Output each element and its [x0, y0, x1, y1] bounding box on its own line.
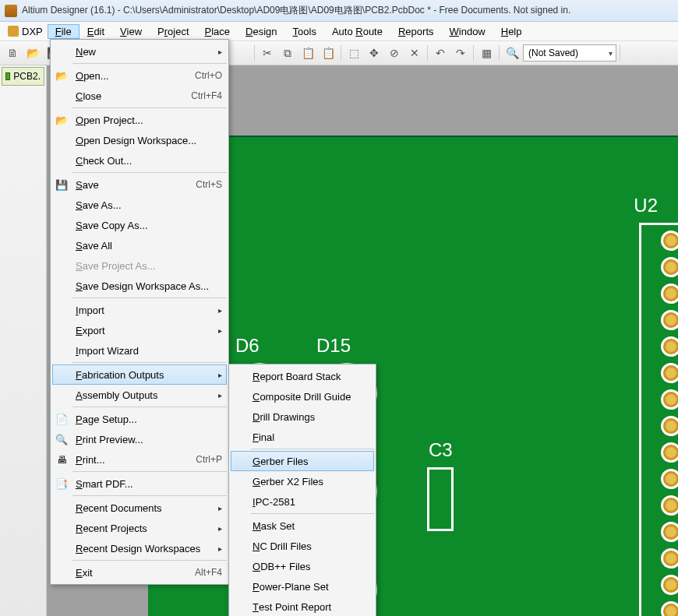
connector-pad [661, 522, 678, 542]
submenu-arrow-icon: ▸ [218, 306, 222, 315]
fab-final[interactable]: Final [231, 427, 374, 447]
blank-icon [54, 565, 69, 580]
file-menu-check-out[interactable]: Check Out... [52, 150, 227, 171]
menu-window[interactable]: Window [442, 24, 493, 39]
dxp-label: DXP [22, 26, 43, 37]
label-u2: U2 [634, 195, 658, 216]
connector-pad [661, 575, 678, 595]
connector-pad [661, 495, 678, 516]
blank-icon [54, 217, 69, 233]
undo-icon[interactable]: ↶ [431, 44, 450, 62]
fab-odb-files[interactable]: ODB++ Files [231, 556, 374, 576]
file-menu-new[interactable]: New▸ [52, 41, 227, 62]
blank-icon [54, 238, 69, 253]
connector-pad [661, 231, 678, 251]
file-menu-print-preview[interactable]: 🔍Print Preview... [52, 429, 227, 449]
blank-icon [54, 367, 69, 382]
menu-file[interactable]: File [48, 24, 79, 39]
menubar: DXP FileEditViewProjectPlaceDesignToolsA… [0, 22, 678, 40]
menu-place[interactable]: Place [197, 24, 238, 39]
blank-icon [54, 387, 69, 403]
file-menu-open[interactable]: 📂Open...Ctrl+O [52, 65, 227, 86]
file-menu-close[interactable]: CloseCtrl+F4 [52, 86, 227, 106]
file-menu-import-wizard[interactable]: Import Wizard [52, 340, 227, 361]
connector-pad [661, 310, 678, 330]
redo-icon[interactable]: ↷ [451, 44, 470, 62]
print-icon: 🖶 [54, 452, 69, 467]
page-icon: 📄 [54, 411, 69, 427]
fab-nc-drill-files[interactable]: NC Drill Files [231, 536, 374, 556]
file-menu-save-all[interactable]: Save All [52, 235, 227, 255]
thumbnail-icon[interactable]: ▦ [477, 44, 496, 62]
label-d15: D15 [316, 335, 351, 357]
connector-pad [661, 283, 678, 304]
connector-pad [661, 469, 678, 489]
fab-test-point-report[interactable]: Test Point Report [231, 597, 374, 616]
file-menu-recent-projects[interactable]: Recent Projects▸ [52, 518, 227, 538]
label-d6: D6 [235, 335, 260, 357]
dxp-menu[interactable]: DXP [3, 26, 48, 37]
menu-auto-route[interactable]: Auto Route [324, 24, 390, 39]
copy-icon[interactable]: ⧉ [278, 44, 297, 62]
deselect-icon[interactable]: ⊘ [385, 44, 404, 62]
file-menu-page-setup[interactable]: 📄Page Setup... [52, 409, 227, 429]
blank-icon [54, 258, 69, 273]
fab-power-plane-set[interactable]: Power-Plane Set [231, 576, 374, 597]
submenu-arrow-icon: ▸ [218, 371, 222, 379]
fab-mask-set[interactable]: Mask Set [231, 516, 374, 536]
dxp-icon [8, 26, 19, 37]
file-menu-open-design-workspace[interactable]: Open Design Workspace... [52, 130, 227, 150]
file-menu-fabrication-outputs[interactable]: Fabrication Outputs▸ [52, 364, 227, 385]
paste-special-icon[interactable]: 📋 [319, 44, 337, 62]
fab-gerber-files[interactable]: Gerber Files [231, 451, 374, 471]
label-c3: C3 [429, 439, 453, 461]
file-menu-smart-pdf[interactable]: 📑Smart PDF... [52, 473, 227, 494]
fab-drill-drawings[interactable]: Drill Drawings [231, 407, 374, 427]
pcb-doc-icon [5, 72, 10, 80]
file-menu-export[interactable]: Export▸ [52, 320, 227, 340]
file-menu-open-project[interactable]: 📂Open Project... [52, 110, 227, 130]
file-menu-save-as[interactable]: Save As... [52, 195, 227, 215]
clear-icon[interactable]: ✕ [405, 44, 424, 62]
layer-combo[interactable]: (Not Saved) [523, 44, 616, 62]
connector-pad [661, 336, 678, 357]
fab-report-board-stack[interactable]: Report Board Stack [231, 366, 374, 386]
paste-icon[interactable]: 📋 [298, 44, 317, 62]
blank-icon [54, 88, 69, 104]
save-icon: 💾 [54, 177, 69, 192]
new-doc-icon[interactable]: 🗎 [3, 44, 22, 62]
file-menu-save-design-workspace-as[interactable]: Save Design Workspace As... [52, 276, 227, 296]
connector-pad [661, 548, 678, 568]
blank-icon [54, 302, 69, 318]
file-menu-print[interactable]: 🖶Print...Ctrl+P [52, 449, 227, 470]
file-menu-assembly-outputs[interactable]: Assembly Outputs▸ [52, 385, 227, 405]
menu-edit[interactable]: Edit [79, 24, 112, 39]
fab-ipc-2581[interactable]: IPC-2581 [231, 491, 374, 512]
blank-icon [54, 540, 69, 556]
open-icon[interactable]: 📂 [23, 44, 42, 62]
window-title: Altium Designer (16.1) - C:\Users\Admini… [22, 4, 570, 17]
menu-project[interactable]: Project [150, 24, 196, 39]
fab-composite-drill-guide[interactable]: Composite Drill Guide [231, 386, 374, 407]
file-menu-save-copy-as[interactable]: Save Copy As... [52, 215, 227, 235]
move-icon[interactable]: ✥ [365, 44, 383, 62]
file-menu-save[interactable]: 💾SaveCtrl+S [52, 174, 227, 195]
file-menu-import[interactable]: Import▸ [52, 300, 227, 320]
connector-pad [661, 363, 678, 383]
menu-view[interactable]: View [112, 24, 150, 39]
browse-icon[interactable]: 🔍 [503, 44, 521, 62]
file-menu-recent-documents[interactable]: Recent Documents▸ [52, 498, 227, 518]
file-menu-save-project-as: Save Project As... [52, 255, 227, 276]
open-document-tab[interactable]: PCB2. [2, 67, 44, 86]
blank-icon [54, 153, 69, 168]
menu-design[interactable]: Design [238, 24, 284, 39]
select-icon[interactable]: ⬚ [344, 44, 363, 62]
menu-help[interactable]: Help [493, 24, 530, 39]
file-menu-recent-design-workspaces[interactable]: Recent Design Workspaces▸ [52, 538, 227, 558]
menu-tools[interactable]: Tools [285, 24, 324, 39]
fab-gerber-x2-files[interactable]: Gerber X2 Files [231, 471, 374, 491]
file-menu-exit[interactable]: ExitAlt+F4 [52, 562, 227, 583]
cut-icon[interactable]: ✂ [258, 44, 277, 62]
menu-reports[interactable]: Reports [390, 24, 442, 39]
blank-icon [54, 132, 69, 148]
